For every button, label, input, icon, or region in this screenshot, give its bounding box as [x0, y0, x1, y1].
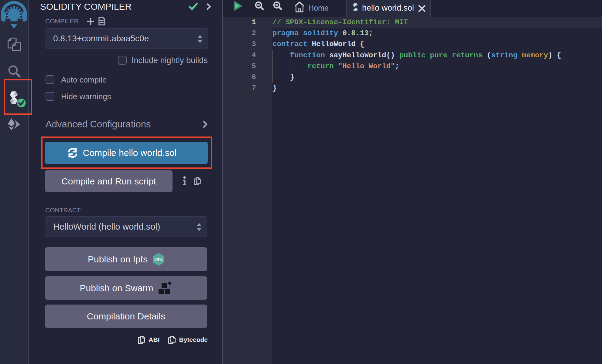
- svg-text:IPFS: IPFS: [154, 258, 163, 262]
